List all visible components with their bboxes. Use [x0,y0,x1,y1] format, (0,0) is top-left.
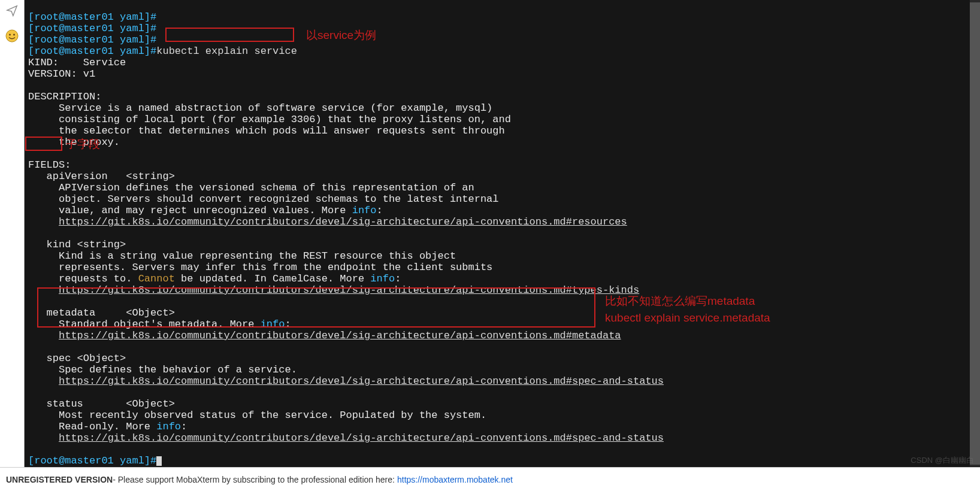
svg-point-1 [9,34,11,36]
field-desc: Read-only. More [28,421,156,432]
field-name: kind <string> [28,239,126,250]
footer-bar: UNREGISTERED VERSION - Please support Mo… [0,467,980,491]
annotation-text: 比如不知道怎么编写metadata [605,293,755,309]
version-value: v1 [83,68,95,80]
field-desc: Most recently observed status of the ser… [28,410,486,421]
svg-point-2 [13,34,15,36]
kind-value: Service [83,57,126,68]
terminal-output[interactable]: [root@master01 yaml]# [root@master01 yam… [24,0,980,467]
field-desc: object. Servers should convert recognize… [28,193,499,205]
app-root: [root@master01 yaml]# [root@master01 yam… [0,0,980,491]
field-desc: Spec defines the behavior of a service. [28,364,297,375]
left-toolbar [0,0,24,467]
csdn-watermark: CSDN @白幽幽白 [911,455,974,466]
field-name: metadata <Object> [28,307,175,319]
field-desc: value, and may reject unrecognized value… [28,205,352,216]
paper-plane-icon[interactable] [4,2,20,19]
field-desc: Kind is a string value representing the … [28,250,456,262]
field-desc: Standard object's metadata. More [28,319,261,330]
prompt-text: [root@master01 yaml]# [28,11,156,23]
emoji-icon[interactable] [4,28,20,44]
info-keyword: info [352,205,377,216]
field-desc: be updated. In CamelCase. More [175,273,370,284]
prompt-text: [root@master01 yaml]# [28,46,156,57]
field-name: spec <Object> [28,353,126,364]
footer-text: - Please support MobaXterm by subscribin… [113,475,395,484]
cursor [156,456,162,466]
unregistered-label: UNREGISTERED VERSION [6,475,113,484]
scrollbar-thumb[interactable] [970,2,980,465]
svg-point-0 [6,30,18,42]
annotation-text: 子字段 [66,137,100,152]
description-header: DESCRIPTION: [28,91,101,102]
doc-link[interactable]: https://git.k8s.io/community/contributor… [59,375,664,387]
info-keyword: info [261,319,285,330]
description-text: consisting of local port (for example 33… [28,114,511,125]
field-name: status <Object> [28,398,175,410]
field-name: apiVersion <string> [28,171,175,182]
doc-link[interactable]: https://git.k8s.io/community/contributor… [59,330,621,341]
prompt-text: [root@master01 yaml]# [28,23,156,34]
doc-link[interactable]: https://git.k8s.io/community/contributor… [59,284,639,296]
prompt-text: [root@master01 yaml]# [28,455,156,466]
cannot-keyword: Cannot [138,273,175,284]
terminal-scrollbar[interactable] [970,0,980,466]
footer-link[interactable]: https://mobaxterm.mobatek.net [397,475,513,484]
doc-link[interactable]: https://git.k8s.io/community/contributor… [59,432,664,444]
info-keyword: info [156,421,181,432]
prompt-text: [root@master01 yaml]# [28,34,156,46]
annotation-text: kubectl explain service.metadata [605,310,770,326]
fields-header: FIELDS: [28,159,71,171]
field-desc: APIVersion defines the versioned schema … [28,182,474,193]
doc-link[interactable]: https://git.k8s.io/community/contributor… [59,216,627,228]
command-text: kubectl explain service [156,46,297,57]
version-label: VERSION: [28,68,83,80]
annotation-text: 以service为例 [306,28,376,43]
description-text: Service is a named abstraction of softwa… [28,102,492,114]
field-desc: represents. Servers may infer this from … [28,262,492,273]
kind-label: KIND: [28,57,83,68]
field-desc: requests to. [28,273,138,284]
description-text: the selector that determines which pods … [28,125,505,137]
info-keyword: info [370,273,395,284]
